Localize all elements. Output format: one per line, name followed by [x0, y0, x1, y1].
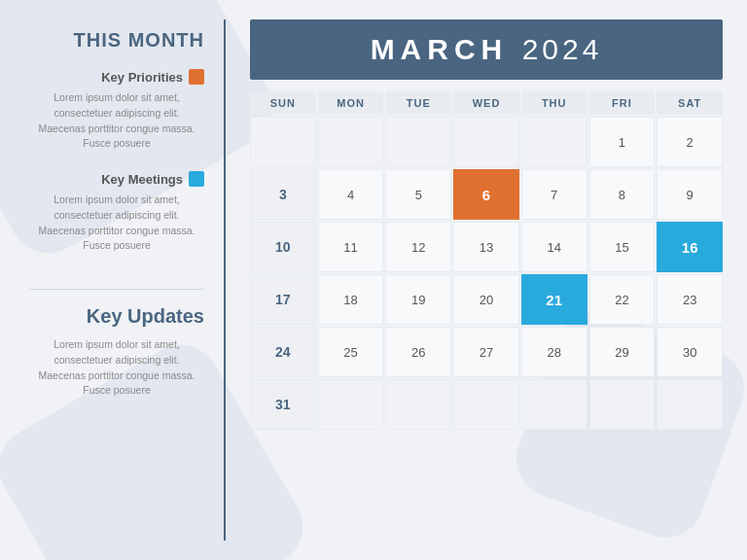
day-cell-13: 13 [453, 222, 519, 272]
day-headers-row: SUN MON TUE WED THU FRI SAT [250, 91, 723, 115]
day-cell-2: 2 [657, 117, 723, 167]
day-header-sun: SUN [250, 91, 316, 115]
priorities-section: Key Priorities Lorem ipsum dolor sit ame… [29, 69, 204, 152]
day-cell-21: 21 [521, 274, 587, 325]
day-cell-10: 10 [250, 222, 316, 272]
day-cell-1: 1 [589, 117, 656, 167]
day-cell-7: 7 [521, 169, 587, 220]
week-6: 31 [250, 379, 723, 430]
day-cell-15: 15 [589, 222, 656, 272]
day-header-mon: MON [318, 91, 384, 115]
day-cell-empty-1 [250, 117, 316, 167]
meetings-color-box [189, 171, 204, 187]
day-header-sat: SAT [657, 91, 723, 115]
priorities-description: Lorem ipsum dolor sit amet, consectetuer… [29, 90, 204, 152]
day-cell-12: 12 [385, 222, 451, 272]
calendar-grid: SUN MON TUE WED THU FRI SAT 1 2 3 [250, 91, 723, 545]
meetings-label: Key Meetings [101, 172, 183, 187]
day-cell-23: 23 [657, 274, 723, 325]
priorities-label: Key Priorities [101, 70, 183, 85]
day-cell-31: 31 [250, 379, 316, 430]
day-cell-4: 4 [318, 169, 384, 220]
day-cell-3: 3 [250, 169, 316, 220]
priorities-color-box [189, 69, 204, 85]
meetings-description: Lorem ipsum dolor sit amet, consectetuer… [29, 192, 204, 254]
day-cell-26: 26 [385, 327, 451, 377]
day-cell-empty-8 [453, 379, 519, 430]
day-cell-empty-9 [521, 379, 587, 430]
day-cell-9: 9 [657, 169, 723, 220]
day-cell-18: 18 [318, 274, 384, 325]
sidebar-divider [29, 289, 204, 290]
day-cell-empty-5 [521, 117, 587, 167]
day-header-tue: TUE [385, 91, 451, 115]
day-cell-30: 30 [657, 327, 723, 377]
day-cell-11: 11 [318, 222, 384, 272]
calendar-title: MARCH 2024 [269, 33, 703, 66]
day-cell-empty-10 [589, 379, 656, 430]
day-cell-empty-3 [385, 117, 451, 167]
day-cell-22: 22 [589, 274, 656, 325]
day-cell-28: 28 [521, 327, 587, 377]
day-cell-8: 8 [589, 169, 656, 220]
day-cell-empty-11 [657, 379, 723, 430]
day-header-wed: WED [453, 91, 519, 115]
week-3: 10 11 12 13 14 15 16 [250, 222, 723, 272]
updates-section: Key Updates Lorem ipsum dolor sit amet, … [29, 305, 204, 399]
updates-title: Key Updates [29, 305, 204, 328]
day-cell-24: 24 [250, 327, 316, 377]
day-cell-16: 16 [657, 222, 723, 272]
calendar-header: MARCH 2024 [250, 19, 723, 80]
day-cell-20: 20 [453, 274, 519, 325]
day-header-thu: THU [521, 91, 587, 115]
day-cell-empty-6 [318, 379, 384, 430]
updates-description: Lorem ipsum dolor sit amet, consectetuer… [29, 337, 204, 399]
week-5: 24 25 26 27 28 29 30 [250, 327, 723, 377]
day-cell-19: 19 [385, 274, 451, 325]
day-cell-25: 25 [318, 327, 384, 377]
day-cell-5: 5 [385, 169, 451, 220]
day-cell-27: 27 [453, 327, 519, 377]
calendar-year: 2024 [522, 33, 603, 65]
day-cell-17: 17 [250, 274, 316, 325]
day-cell-empty-2 [318, 117, 384, 167]
priorities-label-row: Key Priorities [29, 69, 204, 85]
meetings-section: Key Meetings Lorem ipsum dolor sit amet,… [29, 171, 204, 254]
this-month-title: THIS MONTH [29, 29, 204, 52]
week-1: 1 2 [250, 117, 723, 167]
day-cell-14: 14 [521, 222, 587, 272]
week-4: 17 18 19 20 21 22 23 [250, 274, 723, 325]
main-container: THIS MONTH Key Priorities Lorem ipsum do… [0, 0, 747, 560]
day-cell-29: 29 [589, 327, 656, 377]
sidebar: THIS MONTH Key Priorities Lorem ipsum do… [0, 0, 224, 560]
day-cell-6: 6 [453, 169, 519, 220]
meetings-label-row: Key Meetings [29, 171, 204, 187]
calendar-area: MARCH 2024 SUN MON TUE WED THU FRI SAT [226, 0, 747, 560]
day-cell-empty-4 [453, 117, 519, 167]
week-2: 3 4 5 6 7 8 9 [250, 169, 723, 220]
day-cell-empty-7 [385, 379, 451, 430]
calendar-month: MARCH [371, 33, 509, 65]
day-header-fri: FRI [589, 91, 656, 115]
